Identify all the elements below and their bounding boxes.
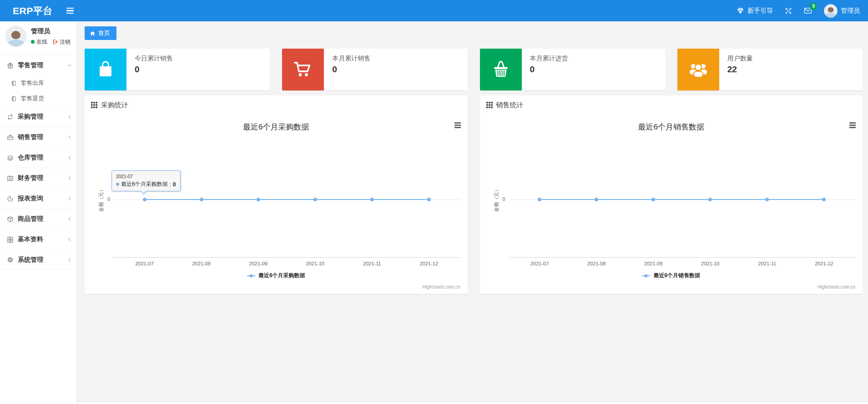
sidebar-item-basic-data[interactable]: 基本资料 [0,229,77,249]
sidebar-item-purchase[interactable]: 采购管理 [0,106,77,127]
panel-title: 销售统计 [496,101,524,110]
stat-card-today-sales: 今日累计销售 0 [85,49,270,90]
tooltip-arrow [140,191,147,195]
fullscreen-icon [785,7,792,15]
series-marker-icon [116,183,119,186]
shopping-basket-icon [480,49,522,90]
avatar [824,4,838,18]
legend-item[interactable]: 最近6个月销售数据 [480,272,863,279]
chart-tooltip: 2021-07 最近6个月采购数据: 0 [111,170,181,191]
data-point [538,198,541,201]
online-status-label: 在线 [36,38,47,46]
data-point [313,198,317,201]
online-status-dot [31,40,35,44]
fullscreen-button[interactable] [785,7,792,15]
legend-item[interactable]: 最近6个月采购数据 [85,272,468,279]
x-axis-label: 2021-11 [758,261,777,266]
sign-out-icon [52,39,58,45]
x-axis-label: 2021-07 [135,261,153,266]
data-point [822,198,826,201]
chevron-left-icon [67,237,72,242]
logout-button[interactable]: 注销 [52,38,71,46]
y-axis-tick: 0 [497,196,505,202]
chevron-left-icon [67,216,72,222]
journal-icon [11,80,17,86]
shopping-cart-icon [282,49,324,90]
chart-credits: Highcharts.com.cn [423,284,460,289]
panel-title: 采购统计 [101,101,128,110]
sidebar-user-panel: 管理员 在线 注销 [0,21,77,52]
sidebar-item-reports[interactable]: 报表查询 [0,188,77,209]
sidebar-item-retail[interactable]: 零售管理 [0,55,77,75]
repeat-icon [7,114,14,120]
data-point [595,198,598,201]
x-axis-line [113,257,460,258]
sales-chart: 最近6个月销售数据 金额（元） 0 2021-07 [480,115,863,294]
sidebar-item-finance[interactable]: 财务管理 [0,168,77,188]
data-point [427,198,431,201]
data-point [370,198,374,201]
data-point [708,198,712,201]
sidebar-item-warehouse[interactable]: 仓库管理 [0,147,77,168]
messages-button[interactable]: 0 [804,7,812,14]
x-axis-label: 2021-09 [644,261,662,266]
chevron-down-icon [67,63,72,68]
sidebar-item-sales[interactable]: 销售管理 [0,127,77,147]
data-point [257,198,260,201]
home-icon [90,30,96,36]
chevron-left-icon [67,135,72,140]
sales-stats-panel: 销售统计 最近6个月销售数据 金额（元） 0 [480,95,863,294]
briefcase-icon [7,134,14,141]
chevron-left-icon [67,114,72,120]
sidebar-item-retail-outbound[interactable]: 零售出库 [0,75,77,91]
map-icon [7,175,14,182]
package-icon [7,216,14,223]
sidebar: 管理员 在线 注销 零售管 [0,21,77,404]
chart-credits: Highcharts.com.cn [818,284,855,289]
user-menu[interactable]: 管理员 [824,4,860,18]
purchase-chart: 最近6个月采购数据 金额（元） 0 2021-07 [85,115,468,294]
x-axis-label: 2021-10 [306,261,324,266]
stat-card-month-purchases: 本月累计进货 0 [480,49,665,90]
y-axis-tick: 0 [102,196,110,202]
data-point [651,198,655,201]
diamond-icon [737,7,744,15]
messages-badge: 0 [810,3,817,10]
sidebar-user-name: 管理员 [31,27,71,35]
grid-icon [7,236,14,243]
main-content: 首页 今日累计销售 0 [77,21,868,404]
avatar [5,26,26,47]
stat-cards-row: 今日累计销售 0 本月累计销售 0 [85,49,863,90]
sidebar-toggle-button[interactable] [66,8,74,14]
x-axis-label: 2021-11 [363,261,381,266]
guide-button[interactable]: 新手引导 [737,7,773,15]
chevron-left-icon [67,257,72,263]
chevron-left-icon [67,196,72,201]
users-icon [677,49,719,90]
x-axis-label: 2021-12 [420,261,438,266]
top-navbar: ERP平台 新手引导 0 管理员 [0,0,868,21]
app-brand: ERP平台 [13,5,53,17]
data-point [143,198,146,201]
gift-icon [7,62,14,69]
page-footer [77,401,868,404]
data-point [200,198,203,201]
grid-3x3-icon [486,102,493,108]
purchase-stats-panel: 采购统计 最近6个月采购数据 金额（元） 0 [85,95,468,294]
journal-icon [11,96,17,102]
data-point [765,198,769,201]
shopping-bag-icon [85,49,126,90]
pie-chart-icon [7,195,14,202]
sidebar-item-system[interactable]: 系统管理 [0,249,77,270]
breadcrumb-home-tab[interactable]: 首页 [85,26,116,40]
x-axis-label: 2021-08 [192,261,210,266]
sidebar-item-retail-return[interactable]: 零售退货 [0,91,77,106]
x-axis-label: 2021-08 [587,261,606,266]
x-axis-label: 2021-07 [530,261,549,266]
sidebar-menu: 零售管理 零售出库 零售退货 [0,55,77,270]
layers-icon [7,155,14,161]
grid-3x3-icon [91,102,97,108]
stat-card-month-sales: 本月累计销售 0 [282,49,467,90]
series-line [540,199,824,200]
sidebar-item-goods[interactable]: 商品管理 [0,209,77,229]
